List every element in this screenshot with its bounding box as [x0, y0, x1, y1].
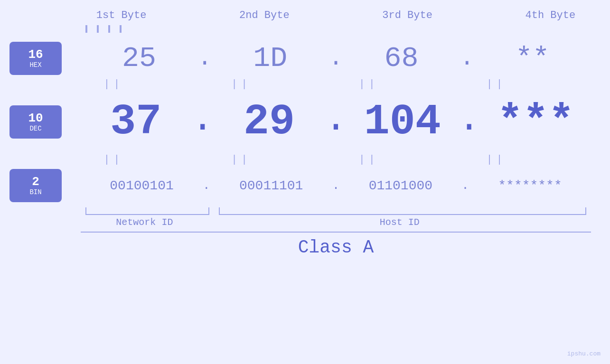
- dec-b3: 104: [347, 98, 458, 146]
- hex-label-col: 16 HEX: [19, 42, 81, 75]
- byte4-header: 4th Byte: [479, 9, 610, 21]
- bin-values-row: 00100101 . 00011101 . 01101000 . *******…: [81, 169, 591, 202]
- main-container: 1st Byte 2nd Byte 3rd Byte 4th Byte 16 H…: [0, 0, 610, 364]
- byte1-header: 1st Byte: [50, 9, 193, 21]
- hex-b3: 68: [343, 42, 460, 75]
- eq1-b3: ||: [305, 78, 433, 90]
- hex-dot-2: .: [328, 47, 343, 70]
- dec-dot-2: .: [324, 101, 347, 139]
- dec-b4: ***: [480, 98, 591, 146]
- bin-label-box: 2 BIN: [9, 169, 62, 202]
- byte2-header: 2nd Byte: [193, 9, 336, 21]
- bottom-bracket-row: [81, 207, 591, 215]
- host-id-label: Host ID: [208, 217, 591, 228]
- eq2-b3: ||: [305, 154, 433, 166]
- eq1-b4: ||: [432, 78, 560, 90]
- dec-b2: 29: [214, 98, 325, 146]
- bin-b1: 00100101: [81, 178, 203, 193]
- hex-b1: 25: [81, 42, 197, 75]
- top-bracket-row: [81, 25, 591, 35]
- top-bracket-b1: [85, 25, 87, 33]
- host-bracket: [219, 207, 586, 215]
- bin-b3: 01101000: [339, 178, 461, 193]
- id-labels-row: Network ID Host ID: [81, 217, 591, 228]
- top-bracket-b3: [108, 25, 110, 33]
- watermark: ipshu.com: [567, 350, 601, 357]
- network-bracket: [85, 207, 209, 215]
- header-row: 1st Byte 2nd Byte 3rd Byte 4th Byte: [50, 9, 610, 21]
- byte3-header: 3rd Byte: [336, 9, 479, 21]
- bin-b4: ********: [469, 178, 591, 193]
- bin-label-col: 2 BIN: [19, 169, 81, 202]
- bin-dot-3: .: [461, 179, 469, 192]
- dec-values-row: 37 . 29 . 104 . ***: [81, 93, 591, 150]
- bin-dot-1: .: [203, 179, 210, 192]
- class-row: Class A: [81, 232, 591, 258]
- equals-row-2: || || || ||: [50, 154, 560, 166]
- eq2-b1: ||: [50, 154, 178, 166]
- eq1-b1: ||: [50, 78, 178, 90]
- eq2-b4: ||: [432, 154, 560, 166]
- dec-label-col: 10 DEC: [19, 105, 81, 139]
- hex-values-row: 25 . 1D . 68 . **: [81, 39, 591, 77]
- equals-row-1: || || || ||: [50, 78, 560, 90]
- dec-b1: 37: [81, 98, 191, 146]
- hex-b2: 1D: [212, 42, 328, 75]
- class-label: Class A: [298, 237, 374, 258]
- network-id-label: Network ID: [81, 217, 208, 228]
- top-bracket-b4: [120, 25, 122, 33]
- hex-label-box: 16 HEX: [9, 42, 62, 75]
- eq1-b2: ||: [178, 78, 305, 90]
- top-bracket-b2: [97, 25, 99, 33]
- hex-dot-1: .: [197, 47, 212, 70]
- bin-dot-2: .: [332, 179, 340, 192]
- dec-dot-1: .: [191, 101, 214, 139]
- eq2-b2: ||: [178, 154, 305, 166]
- hex-b4: **: [474, 42, 591, 75]
- bin-b2: 00011101: [210, 178, 332, 193]
- dec-dot-3: .: [458, 101, 480, 139]
- hex-dot-3: .: [460, 47, 474, 70]
- dec-label-box: 10 DEC: [9, 105, 62, 139]
